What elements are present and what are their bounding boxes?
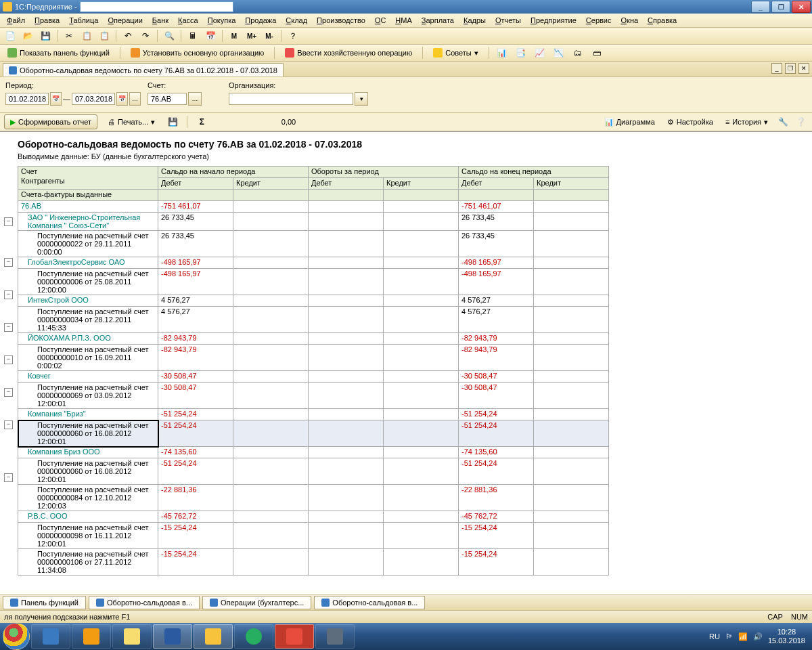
- table-row[interactable]: Поступление на расчетный счет 0000000002…: [18, 231, 609, 257]
- find-icon[interactable]: 🔍: [162, 28, 177, 43]
- menu-Склад[interactable]: Склад: [281, 15, 311, 26]
- tree-toggle[interactable]: −: [4, 355, 13, 364]
- table-row[interactable]: Поступление на расчетный счет 0000000010…: [18, 549, 609, 576]
- table-row[interactable]: ГлобалЭлектроСервис ОАО-498 165,97-498 1…: [18, 257, 609, 269]
- menu-Окна[interactable]: Окна: [617, 15, 643, 26]
- bottom-tab-3[interactable]: Оборотно-сальдовая в...: [314, 596, 425, 609]
- task-explorer[interactable]: [112, 624, 152, 649]
- tool-e-icon[interactable]: 🗂: [570, 45, 585, 60]
- tree-toggle[interactable]: −: [4, 217, 13, 226]
- sum-icon[interactable]: Σ: [194, 114, 209, 129]
- opt-a-icon[interactable]: 🔧: [775, 114, 790, 129]
- redo-icon[interactable]: ↷: [138, 28, 153, 43]
- table-row[interactable]: Компания "Бриз"-51 254,24-51 254,24: [18, 409, 609, 420]
- help-icon[interactable]: ？: [286, 28, 300, 43]
- table-row[interactable]: Поступление на расчетный счет 0000000006…: [18, 383, 609, 409]
- menu-НМА[interactable]: НМА: [391, 15, 415, 26]
- tool-a-icon[interactable]: 📊: [495, 45, 510, 60]
- menu-Правка[interactable]: Правка: [30, 15, 64, 26]
- table-row[interactable]: Ковчег-30 508,47-30 508,47: [18, 371, 609, 383]
- tree-toggle[interactable]: −: [4, 420, 13, 429]
- period-from-input[interactable]: 01.02.2018: [5, 93, 49, 105]
- bottom-tab-1[interactable]: Оборотно-сальдовая в...: [89, 596, 200, 609]
- tool-f-icon[interactable]: 🗃: [589, 45, 604, 60]
- menu-Покупка[interactable]: Покупка: [204, 15, 240, 26]
- col-account[interactable]: СчетКонтрагенты: [18, 167, 158, 190]
- table-row[interactable]: ИнтекСтрой ООО4 576,274 576,27: [18, 295, 609, 307]
- table-row[interactable]: Поступление на расчетный счет 0000000009…: [18, 523, 609, 549]
- system-tray[interactable]: RU 🏳 📶 🔊 10:2815.03.2018: [709, 628, 809, 645]
- task-green[interactable]: [234, 624, 273, 649]
- table-row[interactable]: Р.В.С. ООО-45 762,72-45 762,72: [18, 511, 609, 523]
- open-icon[interactable]: 📂: [20, 28, 35, 43]
- tool-d-icon[interactable]: 📉: [551, 45, 566, 60]
- menu-Касса[interactable]: Касса: [174, 15, 202, 26]
- period-pick-button[interactable]: …: [129, 92, 141, 106]
- history-button[interactable]: ≡История▾: [721, 114, 773, 129]
- start-button[interactable]: [3, 623, 30, 650]
- report-area[interactable]: −−−−−−−− Оборотно-сальдовая ведомость по…: [0, 131, 812, 594]
- task-word[interactable]: [153, 624, 192, 649]
- mplus-button[interactable]: M+: [244, 28, 259, 43]
- tree-toggle[interactable]: −: [4, 290, 13, 299]
- table-row[interactable]: Компания Бриз ООО-74 135,60-74 135,60: [18, 447, 609, 458]
- org-input[interactable]: [229, 93, 353, 105]
- tree-toggle[interactable]: −: [4, 258, 13, 267]
- tray-net-icon[interactable]: 📶: [738, 632, 748, 641]
- period-from-cal-button[interactable]: 📅: [50, 92, 62, 106]
- menu-Сервис[interactable]: Сервис: [582, 15, 616, 26]
- task-tool[interactable]: [315, 624, 355, 649]
- account-input[interactable]: 76.АВ: [148, 93, 187, 105]
- table-row[interactable]: Поступление на расчетный счет 0000000003…: [18, 307, 609, 333]
- table-row[interactable]: ЗАО " Инженерно-Строительная Компания " …: [18, 213, 609, 231]
- cut-icon[interactable]: ✂: [62, 28, 76, 43]
- show-panel-button[interactable]: Показать панель функций: [3, 45, 114, 60]
- save-report-icon[interactable]: 💾: [165, 114, 180, 129]
- tool-c-icon[interactable]: 📈: [533, 45, 547, 60]
- opt-b-icon[interactable]: ❔: [793, 114, 808, 129]
- table-row[interactable]: Поступление на расчетный счет 0000000006…: [18, 420, 609, 447]
- menu-Кадры[interactable]: Кадры: [459, 15, 490, 26]
- report-table[interactable]: СчетКонтрагенты Сальдо на начало периода…: [18, 166, 609, 576]
- task-opera[interactable]: [275, 624, 314, 649]
- task-media[interactable]: [72, 624, 111, 649]
- bottom-tab-2[interactable]: Операции (бухгалтерс...: [202, 596, 311, 609]
- account-pick-button[interactable]: …: [188, 92, 202, 106]
- menu-Таблица[interactable]: Таблица: [65, 15, 102, 26]
- menu-Операции[interactable]: Операции: [104, 15, 146, 26]
- print-button[interactable]: 🖨Печать...▾: [103, 114, 160, 129]
- tool-b-icon[interactable]: 📑: [514, 45, 528, 60]
- title-edit[interactable]: [80, 1, 233, 12]
- menu-Производство[interactable]: Производство: [313, 15, 369, 26]
- bottom-tab-0[interactable]: Панель функций: [3, 596, 86, 609]
- tree-toggle[interactable]: −: [4, 473, 13, 482]
- tree-toggle[interactable]: −: [4, 323, 13, 332]
- period-to-cal-button[interactable]: 📅: [116, 92, 128, 106]
- doc-minimize-button[interactable]: _: [771, 63, 782, 74]
- menu-Банк[interactable]: Банк: [148, 15, 173, 26]
- calendar-icon[interactable]: 📅: [203, 28, 218, 43]
- undo-icon[interactable]: ↶: [120, 28, 135, 43]
- copy-icon[interactable]: 📋: [79, 28, 94, 43]
- menu-ОС[interactable]: ОС: [371, 15, 390, 26]
- col-turnover[interactable]: Обороты за период: [309, 167, 459, 178]
- menu-Справка[interactable]: Справка: [644, 15, 681, 26]
- table-row[interactable]: 76.АВ-751 461,07-751 461,07: [18, 201, 609, 213]
- menu-Продажа[interactable]: Продажа: [241, 15, 280, 26]
- new-icon[interactable]: 📄: [3, 28, 18, 43]
- tray-flag-icon[interactable]: 🏳: [725, 632, 733, 641]
- table-row[interactable]: Поступление на расчетный счет 0000000001…: [18, 345, 609, 371]
- col-end[interactable]: Сальдо на конец периода: [459, 167, 609, 178]
- col-start[interactable]: Сальдо на начало периода: [158, 167, 309, 178]
- minimize-button[interactable]: _: [751, 1, 770, 13]
- doc-close-button[interactable]: ✕: [798, 63, 809, 74]
- menu-Файл[interactable]: Файл: [3, 15, 29, 26]
- maximize-button[interactable]: ❐: [771, 1, 790, 13]
- diagram-button[interactable]: 📊Диаграмма: [600, 114, 660, 129]
- tray-lang[interactable]: RU: [709, 632, 720, 641]
- paste-icon[interactable]: 📋: [97, 28, 112, 43]
- close-button[interactable]: ✕: [792, 1, 811, 13]
- form-report-button[interactable]: ▶Сформировать отчет: [4, 114, 97, 129]
- calc-icon[interactable]: 🖩: [185, 28, 200, 43]
- document-tab[interactable]: Оборотно-сальдовая ведомость по счету 76…: [3, 63, 284, 77]
